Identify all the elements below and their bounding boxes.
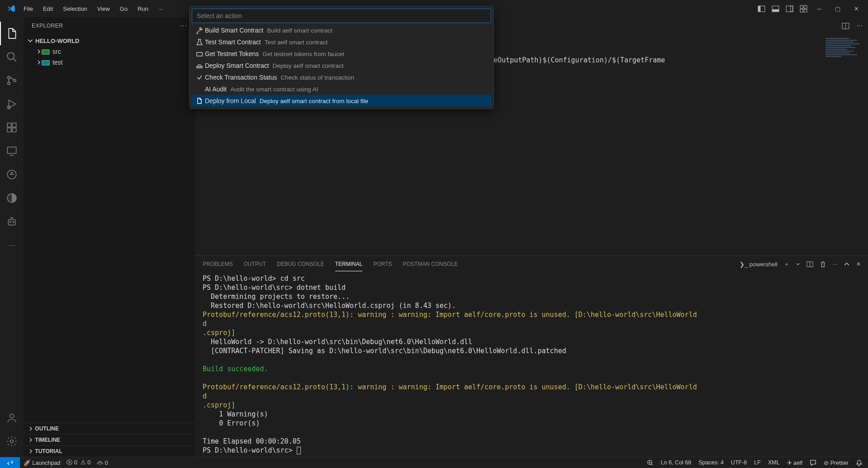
svg-rect-9 [804, 9, 806, 12]
activity-settings[interactable] [0, 430, 24, 453]
activity-run-debug[interactable] [0, 92, 24, 116]
palette-item-3[interactable]: Deploy Smart ContractDeploy aelf smart c… [191, 60, 492, 71]
palette-item-2[interactable]: Get Testnet TokensGet testnet tokens fro… [191, 48, 492, 60]
activity-circle-2[interactable] [0, 186, 24, 210]
svg-point-11 [8, 76, 10, 79]
tab-postman-console[interactable]: POSTMAN CONSOLE [403, 257, 458, 271]
svg-point-10 [7, 52, 14, 59]
split-editor-icon[interactable] [842, 22, 849, 30]
menu-selection[interactable]: Selection [58, 3, 91, 15]
activity-bot[interactable] [0, 210, 24, 233]
status-language[interactable]: XML [768, 459, 780, 466]
explorer-sidebar: EXPLORER ··· HELLO-WORLD src test OUTLIN… [24, 17, 195, 457]
shell-name: powershell [749, 261, 778, 268]
svg-rect-6 [800, 5, 803, 8]
status-problems[interactable]: ⓧ 0 ⚠ 0 [66, 459, 90, 467]
palette-item-6[interactable]: Deploy from LocalDeploy aelf smart contr… [191, 95, 492, 107]
layout-sidebar-right-icon[interactable] [786, 5, 793, 13]
remote-indicator[interactable] [0, 457, 20, 468]
status-ports[interactable]: 0 [97, 459, 108, 466]
panel-more-icon[interactable]: ··· [833, 261, 837, 267]
folder-src-label: src [52, 48, 61, 55]
status-encoding[interactable]: UTF-8 [731, 459, 747, 466]
activity-search[interactable] [0, 45, 24, 69]
activity-scm[interactable] [0, 69, 24, 92]
svg-rect-3 [772, 9, 779, 11]
activity-remote[interactable] [0, 139, 24, 163]
svg-point-12 [8, 82, 10, 85]
palette-item-1[interactable]: Test Smart ContractTest aelf smart contr… [191, 36, 492, 48]
folder-green-icon [42, 48, 50, 55]
menu-run[interactable]: Run [133, 3, 153, 15]
chevron-right-icon [36, 49, 42, 54]
command-palette: Build Smart ContractBuild aelf smart con… [189, 6, 494, 109]
section-timeline[interactable]: TIMELINE [24, 434, 195, 445]
tree-folder-test[interactable]: test [24, 57, 195, 68]
chevron-right-icon [28, 437, 33, 443]
tab-problems[interactable]: PROBLEMS [203, 257, 233, 271]
status-prettier[interactable]: ⊘ Prettier [824, 459, 849, 466]
tree-folder-src[interactable]: src [24, 46, 195, 57]
chevron-down-icon[interactable] [796, 262, 800, 266]
palette-input[interactable] [192, 9, 491, 23]
tree-root-label: HELLO-WORLD [35, 38, 79, 44]
activity-explorer[interactable] [0, 22, 24, 45]
activity-circle-1[interactable] [0, 163, 24, 186]
window-minimize[interactable]: ─ [814, 5, 825, 12]
section-outline-label: OUTLINE [35, 425, 59, 432]
section-outline[interactable]: OUTLINE [24, 423, 195, 434]
palette-item-4[interactable]: Check Transaction StatusCheck status of … [191, 71, 492, 83]
terminal-output[interactable]: PS D:\hello-world> cd src PS D:\hello-wo… [195, 272, 868, 457]
menu-edit[interactable]: Edit [38, 3, 57, 15]
terminal-shell-indicator[interactable]: ❯_ powershell [740, 261, 778, 268]
chevron-up-icon[interactable] [844, 261, 850, 267]
tab-output[interactable]: OUTPUT [244, 257, 266, 271]
palette-item-5[interactable]: AI AuditAudit the smart contract using A… [191, 83, 492, 95]
layout-panel-bottom-icon[interactable] [772, 5, 779, 13]
zoom-icon[interactable] [647, 459, 654, 466]
folder-test-label: test [52, 59, 63, 66]
status-aelf[interactable]: ✈ aelf [787, 459, 803, 466]
menu-view[interactable]: View [93, 3, 114, 15]
bell-icon[interactable] [856, 459, 863, 466]
split-terminal-icon[interactable] [806, 261, 813, 268]
palette-item-0[interactable]: Build Smart ContractBuild aelf smart con… [191, 24, 492, 36]
section-tutorial[interactable]: TUTORIAL [24, 445, 195, 457]
menu-file[interactable]: File [19, 3, 38, 15]
menu-go[interactable]: Go [115, 3, 132, 15]
svg-rect-22 [8, 220, 15, 225]
activity-bar: ··· [0, 17, 24, 457]
customize-layout-icon[interactable] [800, 5, 807, 13]
status-cursor-pos[interactable]: Ln 6, Col 68 [661, 459, 691, 466]
activity-extensions[interactable] [0, 116, 24, 139]
tree-root[interactable]: HELLO-WORLD [24, 35, 195, 46]
panel-close-icon[interactable]: ✕ [856, 261, 861, 267]
svg-rect-17 [12, 128, 16, 132]
svg-point-24 [13, 222, 14, 222]
editor-more-icon[interactable]: ··· [857, 22, 863, 30]
tab-terminal[interactable]: TERMINAL [335, 257, 363, 271]
status-indent[interactable]: Spaces: 4 [698, 459, 724, 466]
terminal-new-icon[interactable]: ＋ [784, 260, 789, 268]
svg-point-23 [10, 222, 11, 222]
feedback-icon[interactable] [810, 459, 816, 466]
svg-rect-30 [43, 61, 49, 65]
explorer-more-icon[interactable]: ··· [180, 22, 187, 30]
menu-more[interactable]: ··· [154, 3, 168, 15]
svg-rect-19 [7, 147, 16, 153]
window-close[interactable]: ✕ [850, 5, 863, 12]
explorer-title: EXPLORER [32, 23, 63, 29]
section-tutorial-label: TUTORIAL [35, 448, 62, 454]
activity-accounts[interactable] [0, 406, 24, 430]
activity-more[interactable]: ··· [0, 233, 24, 257]
tab-debug-console[interactable]: DEBUG CONSOLE [277, 257, 324, 271]
status-launchpad[interactable]: 🚀 Launchpad [24, 459, 60, 466]
layout-sidebar-left-icon[interactable] [758, 5, 765, 13]
status-eol[interactable]: LF [754, 459, 761, 466]
trash-icon[interactable] [820, 261, 826, 268]
ports-count: 0 [105, 460, 108, 466]
window-maximize[interactable]: ▢ [831, 5, 844, 12]
tab-ports[interactable]: PORTS [373, 257, 392, 271]
svg-rect-8 [800, 9, 803, 12]
svg-rect-15 [7, 123, 11, 127]
